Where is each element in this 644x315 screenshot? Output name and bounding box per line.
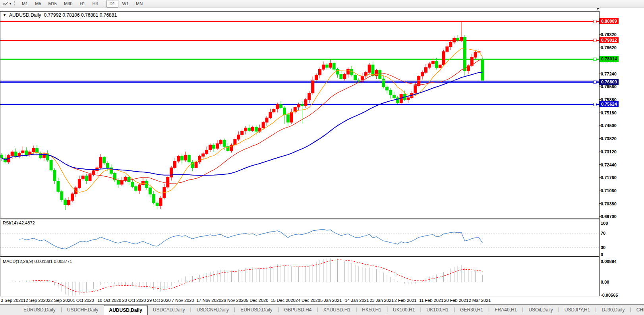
rsi-tick: 100 [601,220,608,226]
candle-body [103,157,106,163]
date-tick: 15 Dec 2020 [271,298,295,303]
macd-tick: -0.00565 [601,292,618,298]
symbol-tab-usdjpy-h1[interactable]: USDJPY,H1 [559,305,595,315]
candle-body [248,128,251,130]
candle-body [219,141,222,144]
line-end-marker[interactable] [594,58,596,61]
candle-body [382,79,385,87]
dropdown-caret-icon[interactable]: ▾ [9,2,13,6]
candle-body [223,141,226,147]
candle-body [428,64,431,68]
timeframe-button-m30[interactable]: M30 [61,0,75,8]
line-end-marker[interactable] [594,81,596,83]
candle-body [325,65,328,68]
line-end-marker[interactable] [594,103,596,106]
symbol-tab-china300-h1[interactable]: CHINA300,H1 [631,305,644,315]
symbol-tab-eurusd-daily[interactable]: EURUSD,Daily [18,305,61,315]
candle-body [446,46,449,51]
symbol-tab-hk50-h1[interactable]: HK50,H1 [357,305,387,315]
date-tick: 29 Oct 2020 [147,298,171,303]
price-tick: 0.71060 [601,188,617,193]
candle-body [57,181,60,191]
symbol-tab-dj30-daily[interactable]: DJ30,Daily [596,305,630,315]
candle-body [244,128,247,131]
date-tick: 2 Mar 2021 [469,298,491,303]
timeframe-button-w1[interactable]: W1 [119,0,132,8]
candle-body [439,65,441,68]
candle-body [21,151,24,153]
hline-price-label: 0.80009 [600,18,619,24]
candle-body [449,42,452,46]
fast-ma-line [2,48,482,193]
candle-body [255,127,257,131]
symbol-tab-usdcnh-daily[interactable]: USDCNH,Daily [191,305,234,315]
chart-plot[interactable] [0,0,644,315]
date-tick: 5 Dec 2020 [246,298,268,303]
toolbar-separator [104,1,104,7]
date-tick: 22 Sep 2020 [48,298,73,303]
panel-border [0,220,599,257]
line-end-marker[interactable] [594,20,596,23]
candle-body [290,112,293,122]
candle-body [425,68,427,72]
candle-body [180,157,183,160]
hline-price-label: 0.79012 [600,37,619,43]
symbol-tab-gbpusd-h4[interactable]: GBPUSD,H4 [279,305,317,315]
line-end-marker[interactable] [594,39,596,42]
symbol-tab-xauusd-h1[interactable]: XAUUSD,H1 [318,305,356,315]
date-tick: 11 Feb 2021 [419,298,443,303]
timeframe-button-mn[interactable]: MN [133,0,146,8]
price-tick: 0.74500 [601,123,617,128]
line-studies-icon[interactable] [0,0,9,8]
candle-body [435,61,438,68]
price-tick: 0.78620 [601,45,617,50]
timeframe-button-h4[interactable]: H4 [89,0,101,8]
candle-body [453,39,456,43]
candle-body [273,109,275,112]
date-tick: 20 Feb 2021 [444,298,468,303]
candle-body [135,187,137,191]
candle-body [188,155,190,162]
candle-body [269,112,272,118]
symbol-tab-usdchf-daily[interactable]: USDCHF,Daily [62,305,104,315]
candle-body [89,174,91,181]
symbol-tab-uk100-h1[interactable]: UK100,H1 [388,305,420,315]
candle-body [53,170,56,181]
symbol-tab-usoil-daily[interactable]: USOil,Daily [523,305,558,315]
timeframe-button-d1[interactable]: D1 [106,0,118,8]
candle-body [460,37,463,41]
candle-body [481,60,484,81]
candle-body [0,155,3,158]
candle-body [142,181,145,185]
collapse-triangle-icon[interactable]: ▼ [3,13,6,17]
candle-body [265,118,268,122]
symbol-tab-uk100-h1[interactable]: UK100,H1 [422,305,454,315]
candle-body [216,144,219,149]
ohlc-readout: 0.77992 0.78106 0.76881 0.76881 [44,12,117,18]
symbol-tab-ger30-h1[interactable]: GER30,H1 [455,305,488,315]
candle-body [389,90,392,95]
date-tick: 24 Dec 2020 [296,298,320,303]
candle-body [297,104,300,107]
candle-body [340,74,342,79]
symbol-tab-fra40-h1[interactable]: FRA40,H1 [489,305,522,315]
symbol-tab-eurusd-daily[interactable]: EURUSD,Daily [235,305,278,315]
timeframe-button-m1[interactable]: M1 [19,0,31,8]
price-tick: 0.77240 [601,71,617,77]
date-tick: 3 Sep 2020 [1,298,23,303]
candle-body [431,61,434,64]
toolbar-grip [14,1,15,6]
candle-body [241,131,244,135]
candle-body [329,63,332,67]
symbol-tab-audusd-daily[interactable]: AUDUSD,Daily [104,305,148,315]
timeframe-button-m5[interactable]: M5 [32,0,44,8]
candle-body [205,150,208,154]
candle-body [131,182,134,186]
timeframe-button-m15[interactable]: M15 [45,0,60,8]
symbol-tab-usdcad-daily[interactable]: USDCAD,Daily [148,305,190,315]
candle-body [456,39,459,41]
timeframe-button-h1[interactable]: H1 [76,0,88,8]
date-tick: 12 Sep 2020 [23,298,48,303]
date-tick: 26 Nov 2020 [221,298,246,303]
candle-body [159,198,162,205]
